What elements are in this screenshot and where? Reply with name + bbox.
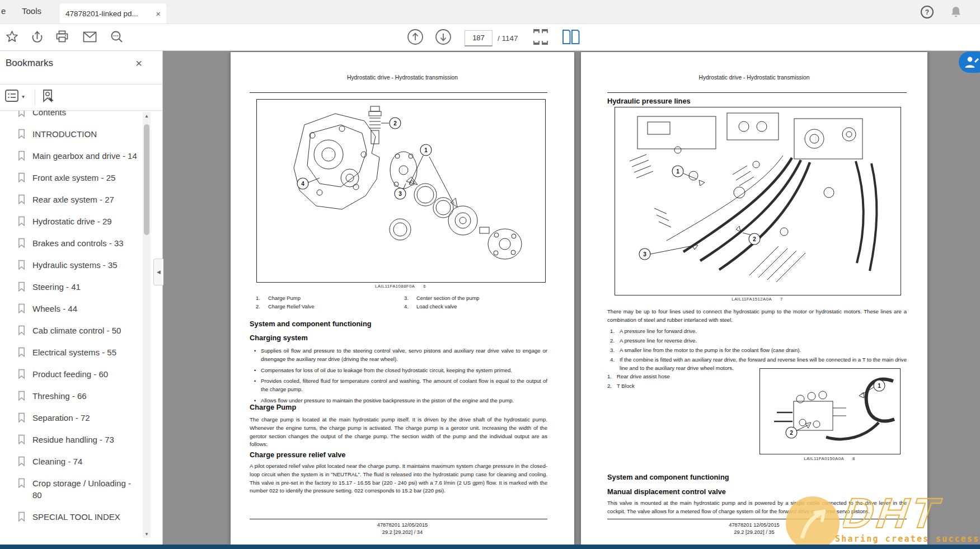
section-heading: System and component functioning	[607, 473, 729, 481]
legend-label: Charge Pump	[268, 294, 404, 302]
item-text: A smaller line from the motor to the pum…	[620, 346, 801, 355]
bookmark-item-crop-storage[interactable]: Crop storage / Unloading - 80	[0, 472, 142, 506]
item-text: A pressure line for reverse drive.	[620, 337, 697, 345]
bookmark-item-product-feeding[interactable]: Product feeding - 60	[0, 363, 142, 385]
bookmark-label: Hydrostatic drive - 29	[32, 215, 112, 227]
help-button[interactable]: ?	[920, 5, 934, 21]
search-button[interactable]	[110, 29, 124, 44]
item-number: 2.	[610, 337, 620, 345]
svg-text:?: ?	[925, 8, 929, 16]
share-person-button[interactable]	[959, 51, 980, 73]
bookmark-item-residue[interactable]: Residue handling - 73	[0, 429, 142, 451]
bullet-text: Compensates for loss of oil due to leaka…	[261, 367, 512, 375]
bookmark-icon	[17, 412, 26, 423]
bookmark-icon	[17, 172, 26, 183]
legend-label: Center section of the pump	[416, 294, 554, 302]
bookmark-label: SPECIAL TOOL INDEX	[32, 511, 120, 523]
bookmark-item-front-axle[interactable]: Front axle system - 25	[0, 167, 142, 189]
collapse-left-icon: ◀	[157, 269, 161, 275]
bookmark-icon	[17, 281, 26, 292]
favorite-star-button[interactable]	[4, 29, 19, 44]
bell-icon	[949, 5, 963, 20]
bookmark-icon	[17, 456, 26, 467]
scroll-up-icon[interactable]: ▲	[143, 112, 151, 120]
bullet-item: • Allows flow under pressure to maintain…	[253, 397, 547, 405]
section-heading: System and component functioning	[250, 320, 372, 328]
bullet-item: • Provides cooled, filtered fluid for te…	[253, 377, 547, 394]
bookmark-options-button[interactable]: ▾	[4, 89, 25, 104]
bookmark-icon	[17, 238, 26, 248]
bookmark-label: Cab climate control - 50	[32, 325, 121, 336]
t-block-drawing: 1 2	[760, 369, 898, 452]
item-text: A pressure line for forward drive.	[620, 327, 697, 336]
legend-num: 2.	[256, 302, 268, 311]
footer-doc-code: 47878201 12/05/2015	[231, 522, 574, 529]
scrollbar-thumb[interactable]	[144, 124, 149, 235]
svg-text:4: 4	[301, 181, 304, 187]
page-left: Hydrostatic drive - Hydrostatic transmis…	[231, 52, 574, 546]
exploded-pump-drawing: 1 2 3 4	[257, 100, 543, 280]
bookmark-icon	[17, 369, 26, 379]
bullet-glyph: •	[253, 367, 261, 375]
svg-text:3: 3	[643, 251, 646, 257]
arrow-up-circle-icon	[406, 28, 424, 46]
scroll-down-icon[interactable]: ▼	[143, 530, 151, 538]
page-right: Hydrostatic drive - Hydrostatic transmis…	[581, 52, 927, 546]
bookmark-item-cab-climate[interactable]: Cab climate control - 50	[0, 320, 142, 341]
share-upload-button[interactable]	[30, 29, 44, 44]
bookmark-item-steering[interactable]: Steering - 41	[0, 276, 142, 298]
item-number: 4.	[610, 356, 620, 373]
two-page-view-button[interactable]	[562, 29, 580, 47]
tab-home-fragment[interactable]: e	[1, 6, 6, 16]
bookmark-item-cleaning[interactable]: Cleaning - 74	[0, 451, 142, 472]
running-header: Hydrostatic drive - Hydrostatic transmis…	[231, 74, 574, 81]
bookmark-item-brakes[interactable]: Brakes and controls - 33	[0, 232, 142, 254]
bookmark-icon	[17, 111, 26, 118]
next-page-button[interactable]	[434, 28, 452, 48]
tab-document[interactable]: 47878201-linked pd... ×	[60, 3, 166, 24]
bookmark-item-contents[interactable]: Contents	[0, 111, 142, 123]
footer-page-code: 29.2 [29.202] / 34	[231, 529, 574, 536]
bookmark-item-hydrostatic-drive[interactable]: Hydrostatic drive - 29	[0, 210, 142, 232]
sidebar-scrollbar[interactable]: ▲ ▼	[143, 112, 151, 538]
collapse-panel-button[interactable]: ◀	[153, 259, 163, 285]
bookmark-label: Electrical systems - 55	[32, 346, 116, 358]
figure-caption: LAIL11FA1088F0A 6	[256, 284, 545, 289]
upload-cloud-icon	[30, 30, 44, 44]
bookmark-icon	[17, 151, 26, 161]
bookmark-item-threshing[interactable]: Threshing - 66	[0, 385, 142, 407]
bookmark-icon	[17, 478, 26, 489]
organize-pages-button[interactable]	[533, 29, 548, 48]
bookmark-label: INTRODUCTION	[32, 128, 97, 140]
person-share-icon	[963, 54, 980, 70]
page-number-input[interactable]	[465, 30, 493, 46]
bookmark-icon	[17, 512, 26, 522]
bookmark-item-main-gearbox[interactable]: Main gearbox and drive - 14	[0, 145, 142, 167]
notifications-button[interactable]	[949, 5, 963, 22]
section-heading: Manual displacement control valve	[607, 487, 726, 496]
bookmark-item-electrical[interactable]: Electrical systems - 55	[0, 341, 142, 363]
bookmark-icon	[17, 391, 26, 401]
previous-page-button[interactable]	[406, 28, 424, 48]
locate-current-bookmark-button[interactable]	[41, 89, 57, 106]
bookmark-label: Contents	[32, 111, 66, 118]
figure-pressure-lines: 1 2 3	[615, 107, 901, 295]
tab-tools[interactable]: Tools	[18, 5, 45, 17]
bookmark-item-introduction[interactable]: INTRODUCTION	[0, 123, 142, 145]
bookmark-item-separation[interactable]: Separation - 72	[0, 407, 142, 429]
watermark-slogan: Sharing creates success	[835, 534, 979, 544]
close-tab-icon[interactable]: ×	[156, 9, 161, 18]
svg-text:1: 1	[676, 168, 679, 175]
bookmark-item-hydraulic-systems[interactable]: Hydraulic systems - 35	[0, 254, 142, 276]
close-panel-icon[interactable]: ×	[135, 57, 142, 70]
window-top-bar: e Tools 47878201-linked pd... × ?	[0, 0, 980, 24]
bookmarks-panel: Bookmarks × ▾ Contents	[0, 50, 163, 545]
bookmark-item-wheels[interactable]: Wheels - 44	[0, 298, 142, 320]
bookmark-item-rear-axle[interactable]: Rear axle system - 27	[0, 189, 142, 210]
print-button[interactable]	[55, 29, 69, 44]
email-button[interactable]	[82, 29, 97, 44]
running-header: Hydrostatic drive - Hydrostatic transmis…	[581, 74, 927, 81]
item-number: 1.	[610, 327, 620, 336]
bookmark-item-special-tool-index[interactable]: SPECIAL TOOL INDEX	[0, 506, 142, 528]
svg-text:2: 2	[393, 120, 397, 126]
